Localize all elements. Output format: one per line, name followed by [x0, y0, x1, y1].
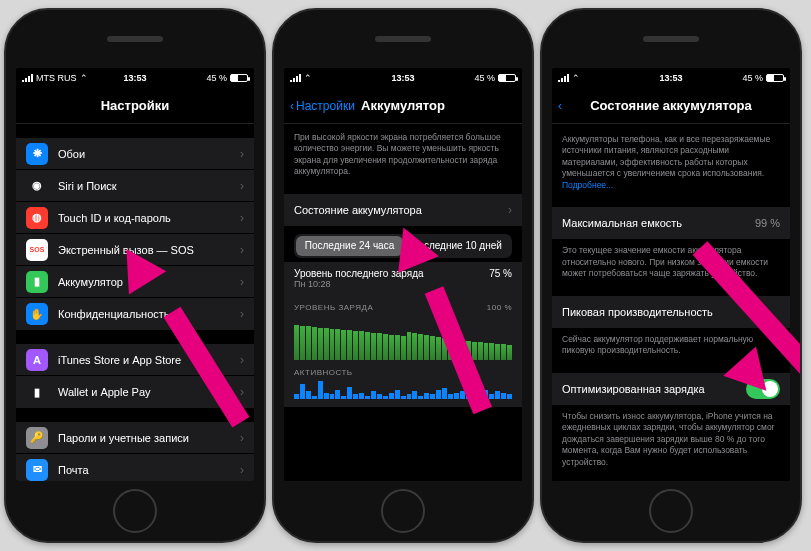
battery-icon: ▮ — [26, 271, 48, 293]
chevron-right-icon: › — [240, 211, 244, 225]
charge-level-bars — [294, 314, 512, 360]
phone-battery-health: ⌃ 13:53 45 % ‹ Состояние аккумулятора Ак… — [540, 8, 802, 543]
bezel-bottom — [542, 481, 800, 541]
mail-icon: ✉ — [26, 459, 48, 481]
nav-bar: ‹ Настройки Аккумулятор — [284, 88, 522, 124]
siri-icon: ◉ — [26, 175, 48, 197]
bezel-bottom — [274, 481, 532, 541]
battery-content[interactable]: При высокой яркости экрана потребляется … — [284, 124, 522, 481]
battery-icon — [766, 74, 784, 82]
settings-row-label: Конфиденциальность — [58, 308, 240, 320]
chevron-right-icon: › — [240, 463, 244, 477]
settings-row[interactable]: ◉Siri и Поиск› — [16, 170, 254, 202]
home-button[interactable] — [113, 489, 157, 533]
learn-more-link[interactable]: Подробнее... — [562, 180, 613, 190]
settings-list[interactable]: ❋Обои›◉Siri и Поиск›◍Touch ID и код-паро… — [16, 124, 254, 481]
privacy-icon: ✋ — [26, 303, 48, 325]
activity-bars — [294, 379, 512, 399]
bezel-top — [6, 10, 264, 68]
peak-performance-label: Пиковая производительность — [562, 306, 780, 318]
clock: 13:53 — [16, 73, 254, 83]
clock: 13:53 — [552, 73, 790, 83]
chevron-left-icon: ‹ — [290, 99, 294, 113]
screen: ⌃ 13:53 45 % ‹ Состояние аккумулятора Ак… — [552, 68, 790, 481]
settings-row[interactable]: ✋Конфиденциальность› — [16, 298, 254, 330]
sos-icon: SOS — [26, 239, 48, 261]
last-charge-time: Пн 10:28 — [294, 279, 512, 289]
passwords-icon: 🔑 — [26, 427, 48, 449]
brightness-hint: При высокой яркости экрана потребляется … — [284, 124, 522, 180]
chevron-right-icon: › — [240, 243, 244, 257]
status-bar: ⌃ 13:53 45 % — [284, 68, 522, 88]
optimized-charging-footer: Чтобы снизить износ аккумулятора, iPhone… — [552, 405, 790, 470]
nav-bar: Настройки — [16, 88, 254, 124]
wallpaper-icon: ❋ — [26, 143, 48, 165]
status-bar: ⌃ 13:53 45 % — [552, 68, 790, 88]
chart-axis-max: 100 % — [487, 303, 512, 312]
settings-row-label: Siri и Поиск — [58, 180, 240, 192]
settings-row-label: iTunes Store и App Store — [58, 354, 240, 366]
peak-performance-row: Пиковая производительность — [552, 296, 790, 328]
chart-activity-label: АКТИВНОСТЬ — [294, 368, 512, 377]
settings-row[interactable]: ▮Wallet и Apple Pay› — [16, 376, 254, 408]
settings-row[interactable]: ◍Touch ID и код-пароль› — [16, 202, 254, 234]
bezel-top — [274, 10, 532, 68]
clock: 13:53 — [284, 73, 522, 83]
settings-row[interactable]: ❋Обои› — [16, 138, 254, 170]
chevron-left-icon: ‹ — [558, 99, 562, 113]
battery-chart: УРОВЕНЬ ЗАРЯДА 100 % АКТИВНОСТЬ — [284, 295, 522, 407]
settings-row-label: Почта — [58, 464, 240, 476]
battery-health-row[interactable]: Состояние аккумулятора › — [284, 194, 522, 226]
settings-row-label: Touch ID и код-пароль — [58, 212, 240, 224]
max-capacity-row: Максимальная емкость 99 % — [552, 207, 790, 239]
bezel-top — [542, 10, 800, 68]
chevron-right-icon: › — [240, 147, 244, 161]
back-label: Настройки — [296, 99, 355, 113]
page-title: Состояние аккумулятора — [590, 98, 752, 113]
battery-health-label: Состояние аккумулятора — [294, 204, 508, 216]
settings-row-label: Обои — [58, 148, 240, 160]
battery-icon — [230, 74, 248, 82]
settings-row[interactable]: 🔑Пароли и учетные записи› — [16, 422, 254, 454]
touchid-icon: ◍ — [26, 207, 48, 229]
back-button[interactable]: ‹ Настройки — [290, 99, 355, 113]
chevron-right-icon: › — [508, 203, 512, 217]
settings-row-label: Wallet и Apple Pay — [58, 386, 240, 398]
chevron-right-icon: › — [240, 179, 244, 193]
itunes-icon: A — [26, 349, 48, 371]
chart-level-label: УРОВЕНЬ ЗАРЯДА — [294, 303, 373, 312]
battery-info-text: Аккумуляторы телефона, как и все перезар… — [552, 124, 790, 193]
battery-icon — [498, 74, 516, 82]
health-content[interactable]: Аккумуляторы телефона, как и все перезар… — [552, 124, 790, 481]
max-capacity-footer: Это текущее значение емкости аккумулятор… — [552, 239, 790, 281]
settings-row-label: Пароли и учетные записи — [58, 432, 240, 444]
battery-info-body: Аккумуляторы телефона, как и все перезар… — [562, 134, 770, 178]
status-bar: MTS RUS ⌃ 13:53 45 % — [16, 68, 254, 88]
page-title: Настройки — [101, 98, 170, 113]
wallet-icon: ▮ — [26, 381, 48, 403]
settings-row[interactable]: AiTunes Store и App Store› — [16, 344, 254, 376]
settings-row[interactable]: ✉Почта› — [16, 454, 254, 481]
back-button[interactable]: ‹ — [558, 99, 562, 113]
chevron-right-icon: › — [240, 275, 244, 289]
nav-bar: ‹ Состояние аккумулятора — [552, 88, 790, 124]
bezel-bottom — [6, 481, 264, 541]
screen: ⌃ 13:53 45 % ‹ Настройки Аккумулятор При… — [284, 68, 522, 481]
chevron-right-icon: › — [240, 353, 244, 367]
chevron-right-icon: › — [240, 385, 244, 399]
phone-settings: MTS RUS ⌃ 13:53 45 % Настройки ❋Обои›◉Si… — [4, 8, 266, 543]
optimized-charging-label: Оптимизированная зарядка — [562, 383, 746, 395]
phone-battery: ⌃ 13:53 45 % ‹ Настройки Аккумулятор При… — [272, 8, 534, 543]
chevron-right-icon: › — [240, 431, 244, 445]
page-title: Аккумулятор — [361, 98, 445, 113]
home-button[interactable] — [649, 489, 693, 533]
max-capacity-label: Максимальная емкость — [562, 217, 755, 229]
max-capacity-value: 99 % — [755, 217, 780, 229]
home-button[interactable] — [381, 489, 425, 533]
chevron-right-icon: › — [240, 307, 244, 321]
last-charge-value: 75 % — [489, 268, 512, 279]
